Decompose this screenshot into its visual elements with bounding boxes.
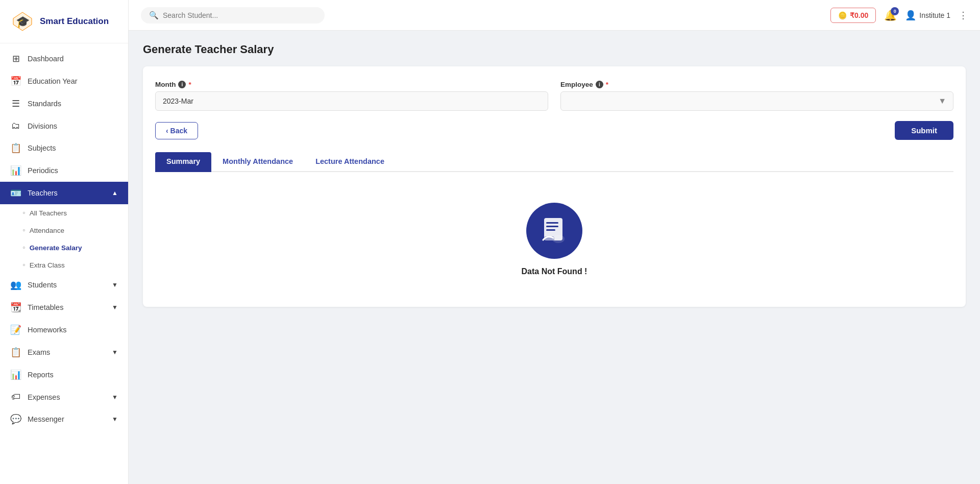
content-area: Generate Teacher Salary Month i * Employ… — [129, 31, 980, 484]
form-card: Month i * Employee i * — [143, 66, 966, 307]
sidebar-item-label: Timetables — [28, 303, 63, 311]
sidebar-item-label: Messenger — [28, 415, 64, 423]
sidebar-item-label: Expenses — [28, 393, 60, 401]
sidebar-item-exams[interactable]: 📋 Exams ▼ — [0, 341, 128, 364]
education-year-icon: 📅 — [10, 76, 21, 87]
data-not-found-section: Data Not Found ! — [155, 172, 953, 297]
sidebar-item-label: Divisions — [28, 122, 57, 130]
sidebar-item-messenger[interactable]: 💬 Messenger ▼ — [0, 408, 128, 430]
sidebar-item-dashboard[interactable]: ⊞ Dashboard — [0, 47, 128, 70]
header-right: 🪙 ₹0.00 🔔 0 👤 Institute 1 ⋮ — [830, 8, 968, 23]
sidebar-item-subjects[interactable]: 📋 Subjects — [0, 137, 128, 159]
balance-button[interactable]: 🪙 ₹0.00 — [830, 8, 876, 23]
chevron-down-icon: ▼ — [112, 394, 118, 401]
exams-icon: 📋 — [10, 347, 21, 358]
subjects-icon: 📋 — [10, 142, 21, 154]
students-icon: 👥 — [10, 279, 21, 291]
submit-button[interactable]: Submit — [895, 121, 953, 140]
svg-text:🎓: 🎓 — [16, 15, 30, 29]
notification-button[interactable]: 🔔 0 — [884, 9, 897, 21]
user-name: Institute 1 — [919, 11, 950, 19]
rupee-icon: 🪙 — [838, 11, 847, 19]
app-logo-icon: 🎓 — [10, 9, 35, 34]
sidebar-item-label: Periodics — [28, 166, 58, 175]
tabs-row: Summary Monthly Attendance Lecture Atten… — [155, 152, 953, 172]
generate-salary-label: Generate Salary — [30, 244, 82, 252]
back-button[interactable]: ‹ Back — [155, 122, 198, 139]
employee-select[interactable] — [560, 91, 953, 111]
chevron-up-icon: ▲ — [112, 189, 118, 197]
data-not-found-icon — [539, 215, 570, 246]
svg-rect-4 — [546, 222, 558, 224]
sidebar-item-expenses[interactable]: 🏷 Expenses ▼ — [0, 386, 128, 408]
chevron-down-icon: ▼ — [112, 349, 118, 356]
month-required: * — [188, 81, 191, 88]
chevron-down-icon: ▼ — [112, 416, 118, 423]
sidebar-item-label: Standards — [28, 100, 61, 108]
tab-monthly-attendance[interactable]: Monthly Attendance — [211, 152, 304, 172]
search-bar[interactable]: 🔍 — [141, 7, 325, 23]
sidebar-item-timetables[interactable]: 📆 Timetables ▼ — [0, 296, 128, 319]
month-info-icon: i — [178, 81, 186, 88]
sidebar-item-label: Subjects — [28, 144, 56, 152]
sidebar-item-label: Students — [28, 281, 57, 289]
svg-rect-6 — [546, 229, 555, 231]
svg-rect-5 — [546, 226, 558, 227]
sidebar-item-label: Reports — [28, 371, 54, 379]
sidebar-item-standards[interactable]: ☰ Standards — [0, 92, 128, 115]
submenu-all-teachers[interactable]: All Teachers — [0, 204, 128, 222]
attendance-label: Attendance — [30, 227, 64, 234]
tab-lecture-attendance[interactable]: Lecture Attendance — [304, 152, 396, 172]
logo-area: 🎓 Smart Education — [0, 0, 128, 43]
timetables-icon: 📆 — [10, 302, 21, 313]
sidebar-item-periodics[interactable]: 📊 Periodics — [0, 159, 128, 182]
search-input[interactable] — [163, 11, 316, 19]
sidebar-item-education-year[interactable]: 📅 Education Year — [0, 70, 128, 92]
submenu-extra-class[interactable]: Extra Class — [0, 256, 128, 274]
reports-icon: 📊 — [10, 369, 21, 380]
teachers-submenu: All Teachers Attendance Generate Salary … — [0, 204, 128, 274]
sidebar-item-reports[interactable]: 📊 Reports — [0, 364, 128, 386]
sidebar-item-label: Homeworks — [28, 326, 67, 334]
sidebar-item-label: Dashboard — [28, 55, 64, 63]
app-name: Smart Education — [40, 16, 109, 27]
sidebar-item-divisions[interactable]: 🗂 Divisions — [0, 115, 128, 137]
svg-point-8 — [552, 235, 565, 243]
sidebar-item-label: Exams — [28, 348, 50, 356]
submenu-attendance[interactable]: Attendance — [0, 222, 128, 239]
main-area: 🔍 🪙 ₹0.00 🔔 0 👤 Institute 1 ⋮ Generate T… — [129, 0, 980, 484]
more-options-button[interactable]: ⋮ — [959, 10, 968, 21]
month-label: Month i * — [155, 81, 548, 88]
teachers-icon: 🪪 — [10, 187, 21, 199]
form-row: Month i * Employee i * — [155, 81, 953, 111]
sidebar-item-homeworks[interactable]: 📝 Homeworks — [0, 319, 128, 341]
periodics-icon: 📊 — [10, 165, 21, 176]
sidebar-nav: ⊞ Dashboard 📅 Education Year ☰ Standards… — [0, 43, 128, 484]
submenu-generate-salary[interactable]: Generate Salary — [0, 239, 128, 256]
month-group: Month i * — [155, 81, 548, 111]
data-not-found-text: Data Not Found ! — [522, 267, 587, 276]
sidebar-item-label: Teachers — [28, 189, 58, 197]
sidebar-item-teachers[interactable]: 🪪 Teachers ▲ — [0, 182, 128, 204]
month-input[interactable] — [155, 91, 548, 111]
sidebar-item-students[interactable]: 👥 Students ▼ — [0, 274, 128, 296]
expenses-icon: 🏷 — [10, 392, 21, 402]
messenger-icon: 💬 — [10, 414, 21, 425]
standards-icon: ☰ — [10, 98, 21, 109]
employee-select-wrapper: ▼ — [560, 91, 953, 111]
homeworks-icon: 📝 — [10, 324, 21, 335]
employee-required: * — [606, 81, 608, 88]
form-actions: ‹ Back Submit — [155, 121, 953, 140]
balance-amount: ₹0.00 — [850, 11, 868, 19]
tab-summary[interactable]: Summary — [155, 152, 211, 172]
header: 🔍 🪙 ₹0.00 🔔 0 👤 Institute 1 ⋮ — [129, 0, 980, 31]
extra-class-label: Extra Class — [30, 261, 65, 269]
user-button[interactable]: 👤 Institute 1 — [905, 10, 950, 21]
divisions-icon: 🗂 — [10, 120, 21, 131]
employee-label: Employee i * — [560, 81, 953, 88]
search-icon: 🔍 — [149, 11, 159, 20]
employee-info-icon: i — [596, 81, 603, 88]
sidebar: 🎓 Smart Education ⊞ Dashboard 📅 Educatio… — [0, 0, 129, 484]
page-title: Generate Teacher Salary — [143, 43, 966, 56]
notification-badge: 0 — [891, 7, 899, 15]
